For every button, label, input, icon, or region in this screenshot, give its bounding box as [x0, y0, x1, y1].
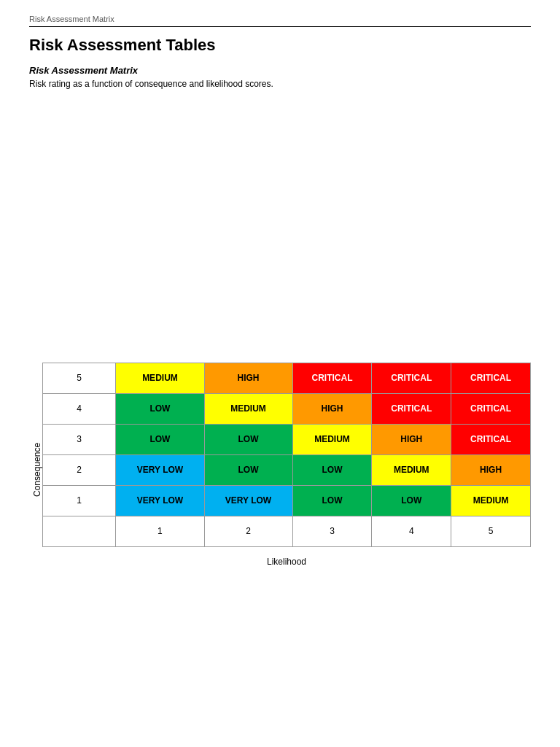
matrix-cell: HIGH	[292, 393, 372, 424]
matrix-cell: LOW	[116, 393, 204, 424]
matrix-cell: MEDIUM	[204, 393, 292, 424]
matrix-cell: HIGH	[451, 454, 531, 485]
likelihood-label: Likelihood	[43, 546, 531, 577]
matrix-cell: CRITICAL	[451, 424, 531, 454]
matrix-section-desc: Risk rating as a function of consequence…	[29, 79, 531, 89]
matrix-cell: MEDIUM	[451, 485, 531, 516]
matrix-cell: VERY LOW	[116, 485, 204, 516]
matrix-cell: MEDIUM	[292, 424, 372, 454]
matrix-row-label: 5	[43, 363, 116, 393]
matrix-cell: LOW	[292, 454, 372, 485]
risk-matrix-table: 5MEDIUMHIGHCRITICALCRITICALCRITICAL4LOWM…	[42, 363, 531, 578]
likelihood-number: 1	[116, 516, 204, 546]
page-header: Risk Assessment Matrix	[29, 15, 531, 27]
matrix-cell: LOW	[372, 485, 451, 516]
likelihood-number: 2	[204, 516, 292, 546]
matrix-cell: LOW	[204, 454, 292, 485]
matrix-section-title: Risk Assessment Matrix	[29, 65, 531, 76]
likelihood-number: 4	[372, 516, 451, 546]
matrix-cell: VERY LOW	[204, 485, 292, 516]
matrix-row-label: 2	[43, 454, 116, 485]
matrix-container: 5MEDIUMHIGHCRITICALCRITICALCRITICAL4LOWM…	[42, 363, 531, 578]
main-title: Risk Assessment Tables	[29, 36, 531, 55]
likelihood-number: 5	[451, 516, 531, 546]
matrix-cell: CRITICAL	[372, 393, 451, 424]
matrix-cell: MEDIUM	[116, 363, 204, 393]
matrix-cell: CRITICAL	[451, 363, 531, 393]
page-header-text: Risk Assessment Matrix	[29, 15, 114, 23]
likelihood-number: 3	[292, 516, 372, 546]
matrix-cell: LOW	[204, 424, 292, 454]
matrix-cell: CRITICAL	[292, 363, 372, 393]
matrix-cell: CRITICAL	[451, 393, 531, 424]
matrix-row-label: 4	[43, 393, 116, 424]
matrix-cell: HIGH	[204, 363, 292, 393]
matrix-cell: HIGH	[372, 424, 451, 454]
matrix-cell: MEDIUM	[372, 454, 451, 485]
matrix-cell: LOW	[116, 424, 204, 454]
matrix-row-label: 3	[43, 424, 116, 454]
matrix-cell: LOW	[292, 485, 372, 516]
matrix-cell: VERY LOW	[116, 454, 204, 485]
matrix-cell: CRITICAL	[372, 363, 451, 393]
matrix-row-label: 1	[43, 485, 116, 516]
risk-matrix-wrapper: Consequence 5MEDIUMHIGHCRITICALCRITICALC…	[29, 96, 531, 747]
consequence-label: Consequence	[29, 96, 42, 747]
